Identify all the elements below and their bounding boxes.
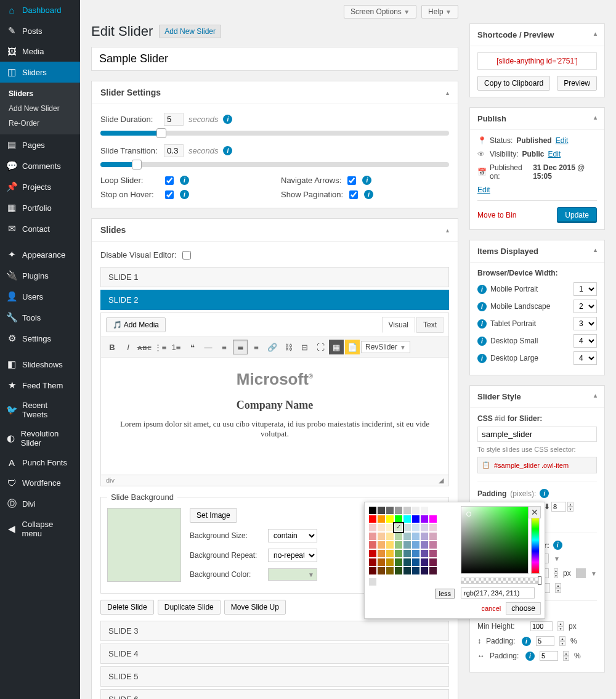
color-swatch[interactable] [411,566,420,575]
less-button[interactable]: less [435,589,455,599]
color-swatch[interactable] [368,515,377,523]
add-new-slider-button[interactable]: Add New Slider [159,25,221,38]
info-icon[interactable]: i [364,190,373,199]
number-list-icon[interactable]: 1≡ [169,340,184,354]
align-right-icon[interactable]: ≡ [249,340,264,354]
sidebar-item-plugins[interactable]: 🔌Plugins [0,265,80,286]
edit-date-link[interactable]: Edit [477,186,490,194]
items-header[interactable]: Items Displayed▴ [470,240,604,263]
color-choose-button[interactable]: choose [506,602,541,615]
css-id-input[interactable] [477,427,597,442]
color-swatch[interactable] [386,515,394,523]
info-icon[interactable]: i [223,115,232,124]
color-swatch[interactable] [368,566,377,575]
info-icon[interactable]: i [540,489,549,498]
color-swatch[interactable] [394,506,403,515]
help-button[interactable]: Help ▼ [421,5,458,18]
info-icon[interactable]: i [180,176,189,185]
color-swatch[interactable] [403,566,411,575]
color-swatch[interactable] [386,532,394,541]
info-icon[interactable]: i [553,541,562,550]
vpad-input[interactable] [536,636,554,646]
gradient-cursor[interactable] [466,512,471,517]
slider-title-input[interactable] [91,47,458,71]
move-slide-up-button[interactable]: Move Slide Up [224,600,286,615]
color-swatch[interactable] [394,549,403,558]
color-cancel-button[interactable]: cancel [482,605,501,612]
sidebar-item-contact[interactable]: ✉Contact [0,218,80,239]
color-swatch[interactable] [411,558,420,566]
slider-thumb[interactable] [132,160,142,170]
stepper[interactable]: ▲▼ [559,636,565,646]
color-swatch[interactable] [394,558,403,566]
disable-visual-checkbox[interactable] [182,251,191,260]
info-icon[interactable]: i [362,176,371,185]
info-icon[interactable]: i [477,285,487,294]
color-swatch[interactable] [377,558,386,566]
info-icon[interactable]: i [477,302,487,311]
stepper[interactable]: ▲▼ [554,568,558,578]
color-swatch[interactable] [368,578,377,586]
color-swatch[interactable] [394,541,403,549]
sidebar-item-posts[interactable]: ✎Posts [0,20,80,41]
sidebar-item-wordfence[interactable]: 🛡Wordfence [0,473,80,493]
color-swatch[interactable] [368,541,377,549]
color-swatch[interactable] [394,532,403,541]
color-swatch[interactable] [420,532,429,541]
color-swatch[interactable] [403,558,411,566]
slide-transition-input[interactable] [164,144,184,157]
color-swatch[interactable] [386,541,394,549]
hr-icon[interactable]: — [201,340,216,354]
info-icon[interactable]: i [223,146,232,155]
color-swatch[interactable] [420,558,429,566]
color-swatch[interactable] [368,549,377,558]
update-button[interactable]: Update [557,207,597,223]
color-swatch[interactable] [429,523,437,532]
add-media-button[interactable]: 🎵 Add Media [106,317,166,332]
screen-options-button[interactable]: Screen Options ▼ [344,5,416,18]
copy-clipboard-button[interactable]: Copy to Clipboard [477,76,550,91]
sidebar-item-comments[interactable]: 💬Comments [0,155,80,176]
color-swatch[interactable] [420,541,429,549]
color-swatch[interactable] [403,506,411,515]
color-swatch[interactable] [377,515,386,523]
editor-content[interactable]: Microsoft® Company Name Lorem ipsum dolo… [101,358,448,475]
edit-status-link[interactable]: Edit [556,136,569,145]
color-swatch[interactable] [377,541,386,549]
align-left-icon[interactable]: ≡ [217,340,232,354]
color-swatch[interactable] [420,523,429,532]
unlink-icon[interactable]: ⛓ [281,340,296,354]
info-icon[interactable]: i [522,637,531,646]
fullscreen-icon[interactable]: ⛶ [313,340,328,354]
sidebar-item-portfolio[interactable]: ▦Portfolio [0,197,80,218]
slide-tab-6[interactable]: SLIDE 6 [100,689,449,699]
color-swatch[interactable] [411,532,420,541]
border-color-button[interactable] [576,568,586,578]
sidebar-sub-reorder[interactable]: Re-Order [0,116,80,131]
sidebar-item-settings[interactable]: ⚙Settings [0,328,80,349]
color-swatch[interactable] [429,541,437,549]
alpha-handle[interactable] [538,576,541,585]
sidebar-sub-add-new[interactable]: Add New Slider [0,101,80,116]
hpad-input[interactable] [540,651,558,661]
color-swatch[interactable] [394,566,403,575]
color-swatch[interactable] [411,506,420,515]
text-tab[interactable]: Text [416,317,444,333]
sidebar-item-sliders[interactable]: ◫Sliders [0,62,80,83]
slider-settings-header[interactable]: Slider Settings ▴ [92,81,458,104]
edit-visibility-link[interactable]: Edit [548,150,561,158]
color-swatch[interactable] [377,523,386,532]
blockquote-icon[interactable]: ❝ [185,340,200,354]
color-swatch[interactable] [368,558,377,566]
color-swatch[interactable] [411,541,420,549]
desktop-large-select[interactable]: 4 [573,351,597,365]
toolbar-toggle-icon[interactable]: ▦ [329,340,344,354]
sidebar-item-revslider[interactable]: ◐Revolution Slider [0,424,80,452]
sidebar-item-tools[interactable]: 🔧Tools [0,307,80,328]
color-swatch[interactable] [403,532,411,541]
sidebar-item-slideshows[interactable]: ◧Slideshows [0,354,80,375]
info-icon[interactable]: i [477,337,487,346]
navigate-arrows-checkbox[interactable] [347,176,356,185]
alpha-slider[interactable] [461,578,541,584]
color-swatch[interactable] [386,506,394,515]
